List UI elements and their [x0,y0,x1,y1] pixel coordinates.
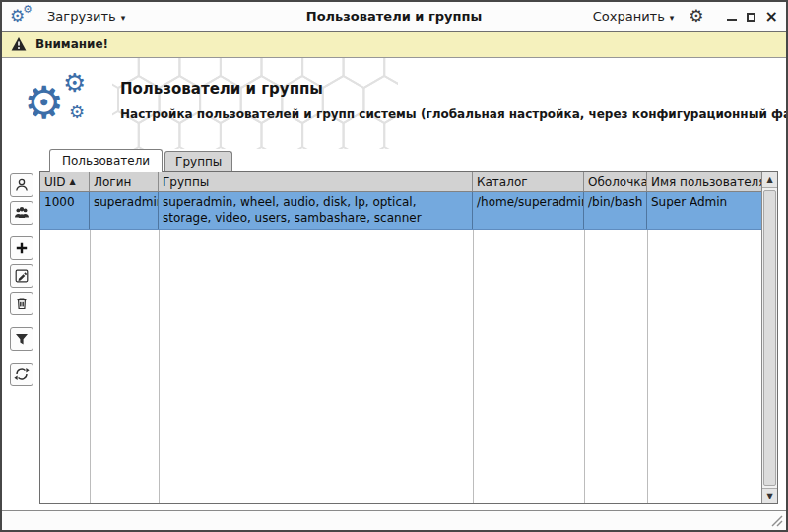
cell-uid: 1000 [40,192,90,229]
edit-user-button[interactable] [10,264,33,288]
column-label: Имя пользователя [651,175,761,189]
titlebar: ⚙ ⚙ Загрузить ▾ Пользователи и группы Со… [2,2,786,32]
gear-icon: ⚙ [63,70,86,96]
grid-line [473,192,474,503]
settings-gear-icon[interactable]: ⚙ [689,8,703,25]
edit-icon [14,268,30,284]
maximize-button[interactable] [747,13,755,22]
table-body: 1000 superadmin superadmin, wheel, audio… [40,192,761,503]
resize-grip[interactable] [771,515,783,527]
toolbar-gap [10,229,39,236]
tab-bar: Пользователи Группы [2,149,786,171]
main-area: UID ▲ Логин Группы Каталог [2,171,786,510]
table-header: UID ▲ Логин Группы Каталог [40,172,761,192]
grid-line [90,192,91,503]
app-logo-icon: ⚙ ⚙ [10,6,35,28]
column-label: Группы [163,175,209,189]
titlebar-right: Сохранить ▾ ⚙ × [593,8,778,25]
grid-line [647,192,648,503]
toolbar-gap [10,355,39,363]
save-button-label: Сохранить [593,9,665,24]
users-icon [14,205,30,221]
status-bar [2,510,786,530]
scroll-up-icon: ▲ [766,175,772,184]
column-label: UID [44,175,66,189]
column-header-shell[interactable]: Оболочка [584,172,647,191]
table-main: UID ▲ Логин Группы Каталог [40,172,761,503]
grid-line [159,192,160,503]
app-logo-large-icon: ⚙ ⚙ ⚙ [24,70,108,137]
side-toolbar [10,171,39,504]
page-header: ⚙ ⚙ ⚙ Пользователи и группы Настройка по… [2,58,786,149]
column-header-groups[interactable]: Группы [159,172,473,191]
scrollbar-track[interactable] [762,188,777,488]
refresh-button[interactable] [10,363,33,386]
groups-button[interactable] [10,201,33,225]
user-icon [14,177,30,193]
column-header-login[interactable]: Логин [90,172,159,191]
column-label: Логин [94,175,131,189]
gear-icon: ⚙ [24,80,64,125]
gear-icon: ⚙ [69,103,85,121]
chevron-down-icon: ▾ [121,13,126,23]
vertical-scrollbar: ▲ ▼ [761,172,777,503]
trash-icon [14,296,30,311]
cell-directory: /home/superadmin [473,192,584,229]
load-button-label: Загрузить [47,9,116,24]
column-label: Оболочка [588,175,647,189]
cell-groups: superadmin, wheel, audio, disk, lp, opti… [159,192,473,229]
table-row[interactable]: 1000 superadmin superadmin, wheel, audio… [40,192,761,230]
column-label: Каталог [477,175,528,189]
page-title: Пользователи и группы [120,80,776,98]
scroll-down-icon: ▼ [766,492,772,500]
scroll-up-button[interactable]: ▲ [762,172,777,188]
column-header-full-name[interactable]: Имя пользователя [647,172,761,191]
close-button[interactable]: × [765,9,778,25]
cell-full-name: Super Admin [647,192,761,229]
grid-line [584,192,585,503]
toolbar-gap [10,319,39,327]
warning-text: Внимание! [35,37,108,51]
column-header-uid[interactable]: UID ▲ [40,172,90,191]
column-header-directory[interactable]: Каталог [473,172,584,191]
users-table: UID ▲ Логин Группы Каталог [39,171,778,504]
scroll-down-button[interactable]: ▼ [762,488,777,503]
gear-small-icon: ⚙ [23,4,33,15]
scrollbar-thumb[interactable] [763,190,776,486]
filter-button[interactable] [10,327,33,351]
app-window: ⚙ ⚙ Загрузить ▾ Пользователи и группы Со… [0,0,788,532]
cell-login: superadmin [90,192,159,229]
minimize-button[interactable] [727,12,737,21]
add-user-button[interactable] [10,236,33,260]
load-button[interactable]: Загрузить ▾ [47,9,125,24]
cell-shell: /bin/bash [584,192,647,229]
user-properties-button[interactable] [10,173,33,197]
warning-banner: Внимание! [2,32,786,58]
refresh-icon [14,366,30,382]
window-title: Пользователи и группы [306,9,482,24]
save-button[interactable]: Сохранить ▾ [593,9,675,24]
tab-groups[interactable]: Группы [164,151,232,171]
window-controls: × [727,9,778,25]
page-subtitle: Настройка пользователей и групп системы … [120,107,776,121]
content: ⚙ ⚙ ⚙ Пользователи и группы Настройка по… [2,58,786,510]
tab-users[interactable]: Пользователи [49,149,163,172]
header-text: Пользователи и группы Настройка пользова… [120,80,776,121]
delete-user-button[interactable] [10,292,33,315]
warning-icon [11,36,27,52]
sort-asc-icon: ▲ [70,177,76,186]
chevron-down-icon: ▾ [670,13,675,23]
plus-icon [14,240,30,256]
filter-icon [14,331,30,347]
